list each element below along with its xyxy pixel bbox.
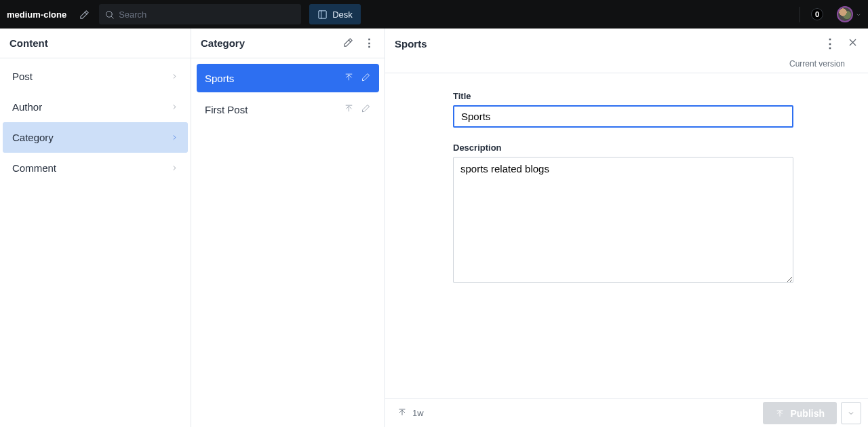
kebab-menu-icon[interactable]: ⋮	[363, 36, 375, 50]
compose-icon[interactable]	[342, 37, 354, 50]
nav-divider	[800, 7, 800, 22]
sidebar-item-author[interactable]: Author	[3, 92, 188, 122]
document-age: 1w	[412, 408, 424, 418]
chevron-right-icon	[171, 101, 178, 113]
avatar	[837, 6, 853, 22]
sidebar-item-label: Category	[12, 132, 54, 143]
edit-icon	[361, 72, 371, 84]
version-label[interactable]: Current version	[789, 59, 845, 69]
svg-rect-1	[319, 10, 326, 18]
list-header-title: Category	[201, 37, 245, 49]
chevron-down-icon	[848, 410, 854, 417]
list-item-label: First Post	[205, 104, 248, 115]
title-field[interactable]	[453, 105, 793, 128]
publish-options-button[interactable]	[841, 402, 861, 424]
compose-icon[interactable]	[77, 7, 91, 21]
editor-panel: Sports ⋮ Current version Title Des	[385, 29, 868, 427]
description-field-label: Description	[453, 143, 793, 153]
chevron-down-icon	[856, 10, 861, 20]
search-box[interactable]	[99, 4, 301, 24]
notification-badge[interactable]: 0	[811, 8, 823, 20]
publish-icon	[344, 72, 354, 84]
brand-title: medium-clone	[7, 10, 66, 20]
publish-status-icon	[397, 407, 407, 419]
sidebar-item-label: Post	[12, 71, 33, 82]
desk-label: Desk	[332, 10, 353, 20]
document-list-panel: Category ⋮ Sports First Post	[191, 29, 385, 427]
list-item[interactable]: First Post	[197, 95, 379, 124]
publish-button[interactable]: Publish	[763, 402, 837, 424]
sidebar-item-category[interactable]: Category	[3, 122, 188, 153]
version-selector-icon[interactable]	[848, 58, 856, 69]
publish-icon	[344, 103, 354, 115]
close-icon[interactable]	[847, 37, 859, 50]
user-menu[interactable]	[837, 6, 861, 22]
sidebar-item-comment[interactable]: Comment	[3, 153, 188, 183]
title-field-label: Title	[453, 91, 793, 101]
content-header: Content	[0, 29, 191, 58]
desk-button[interactable]: Desk	[309, 4, 361, 24]
list-item-label: Sports	[205, 73, 234, 84]
desk-icon	[317, 10, 328, 20]
kebab-menu-icon[interactable]: ⋮	[824, 36, 836, 51]
chevron-right-icon	[171, 162, 178, 174]
document-title: Sports	[395, 38, 427, 50]
search-input[interactable]	[119, 10, 296, 20]
search-icon	[104, 10, 115, 20]
publish-label: Publish	[790, 408, 825, 419]
content-types-panel: Content Post Author Category Comment	[0, 29, 191, 427]
sidebar-item-label: Author	[12, 101, 42, 113]
list-item[interactable]: Sports	[197, 64, 379, 92]
edit-icon	[361, 103, 371, 115]
description-field[interactable]	[453, 157, 793, 283]
sidebar-item-post[interactable]: Post	[3, 61, 188, 92]
chevron-right-icon	[171, 132, 178, 143]
publish-icon	[775, 409, 785, 418]
sidebar-item-label: Comment	[12, 162, 56, 174]
chevron-right-icon	[171, 71, 178, 82]
